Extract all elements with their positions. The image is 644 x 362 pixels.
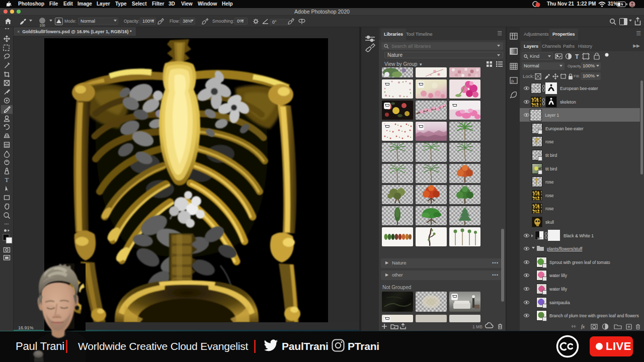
svg-text:0°: 0°	[272, 20, 277, 25]
svg-text:fx: fx	[511, 79, 514, 83]
svg-text:1 MB: 1 MB	[472, 324, 482, 329]
svg-text:T: T	[575, 53, 579, 60]
svg-text:100: 100	[40, 24, 45, 27]
svg-text:fx: fx	[581, 324, 585, 329]
svg-text:T: T	[5, 176, 9, 184]
